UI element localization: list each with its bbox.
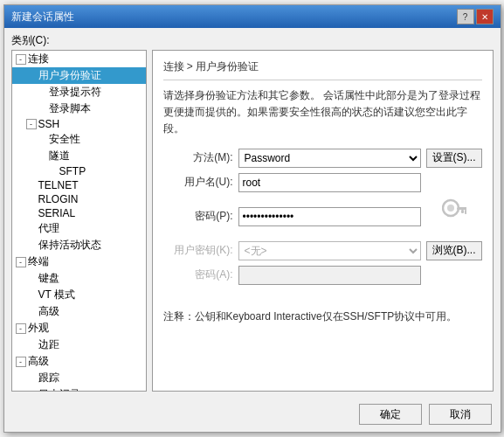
settings-button[interactable]: 设置(S)... <box>426 149 482 168</box>
tree-label-tracking: 跟踪 <box>38 371 59 385</box>
title-bar: 新建会话属性 ? ✕ <box>4 5 501 28</box>
tree-item-border[interactable]: 边距 <box>12 336 146 353</box>
tree-item-terminal[interactable]: -终端 <box>12 253 146 270</box>
svg-point-1 <box>447 205 454 212</box>
cancel-button[interactable]: 取消 <box>429 404 492 425</box>
username-row: 用户名(U): <box>163 173 482 192</box>
tree-item-keepalive[interactable]: 保持活动状态 <box>12 237 146 253</box>
tree-label-login-tips: 登录提示符 <box>49 85 101 100</box>
expand-icon-connect[interactable]: - <box>16 54 26 65</box>
tree-item-keyboard[interactable]: 键盘 <box>12 270 146 287</box>
title-bar-buttons: ? ✕ <box>457 9 494 24</box>
tree-label-appearance: 外观 <box>28 321 49 336</box>
tree-label-proxy: 代理 <box>38 221 59 236</box>
tree-label-tunnel: 隧道 <box>49 149 70 163</box>
tree-item-proxy[interactable]: 代理 <box>12 220 146 237</box>
password-row: 密码(P): <box>163 198 482 236</box>
passphrase-select[interactable]: <无> <box>238 241 421 260</box>
passphrase-label: 用户密钥(K): <box>163 243 233 258</box>
expand-icon-ssh[interactable]: - <box>26 119 37 129</box>
tree-item-login-script[interactable]: 登录脚本 <box>12 101 146 117</box>
category-label: 类别(C): <box>4 28 501 50</box>
tree-label-terminal: 终端 <box>28 254 49 269</box>
tree-item-log[interactable]: 日志记录 <box>12 386 146 392</box>
method-label: 方法(M): <box>163 150 233 165</box>
password-label: 密码(P): <box>163 209 233 224</box>
tree-label-sftp: SFTP <box>59 165 86 177</box>
close-button[interactable]: ✕ <box>476 9 494 24</box>
tree-item-ssh[interactable]: -SSH <box>12 117 146 131</box>
tree-label-ssh: SSH <box>38 118 60 130</box>
tree-label-telnet: TELNET <box>38 179 79 191</box>
tree-item-sftp[interactable]: SFTP <box>12 164 146 178</box>
tree-label-serial: SERIAL <box>38 207 76 219</box>
tree-label-login-script: 登录脚本 <box>49 101 91 116</box>
tree-item-auth[interactable]: 用户身份验证 <box>12 67 146 84</box>
tree-item-tracking[interactable]: 跟踪 <box>12 370 146 386</box>
tree-panel[interactable]: -连接用户身份验证登录提示符登录脚本-SSH安全性隧道SFTPTELNETRLO… <box>11 50 147 392</box>
tree-label-security: 安全性 <box>49 132 80 147</box>
tree-item-telnet[interactable]: TELNET <box>12 178 146 192</box>
passphrase2-label: 密码(A): <box>163 267 233 282</box>
tree-item-tunnel[interactable]: 隧道 <box>12 148 146 164</box>
tree-item-security[interactable]: 安全性 <box>12 131 146 148</box>
expand-icon-appearance[interactable]: - <box>16 323 26 334</box>
tree-label-connect: 连接 <box>28 52 49 66</box>
tree-item-advanced[interactable]: 高级 <box>12 303 146 320</box>
passphrase2-row: 密码(A): <box>163 266 482 285</box>
password-input[interactable] <box>238 207 421 226</box>
form-area: 方法(M): PasswordPublicKeyKeyboard Interac… <box>163 149 482 382</box>
main-content: -连接用户身份验证登录提示符登录脚本-SSH安全性隧道SFTPTELNETRLO… <box>4 50 501 399</box>
expand-icon-terminal[interactable]: - <box>16 257 26 267</box>
tree-item-serial[interactable]: SERIAL <box>12 206 146 220</box>
username-label: 用户名(U): <box>163 175 233 190</box>
username-input[interactable] <box>238 173 421 192</box>
tree-item-login-tips[interactable]: 登录提示符 <box>12 84 146 101</box>
dialog-title: 新建会话属性 <box>11 10 74 24</box>
tree-item-vt-mode[interactable]: VT 模式 <box>12 287 146 303</box>
dialog-body: 类别(C): -连接用户身份验证登录提示符登录脚本-SSH安全性隧道SFTPTE… <box>4 28 501 399</box>
tree-label-auth: 用户身份验证 <box>38 68 101 83</box>
ok-button[interactable]: 确定 <box>359 404 422 425</box>
tree-label-advanced: 高级 <box>38 304 59 319</box>
right-panel: 连接 > 用户身份验证 请选择身份验证方法和其它参数。 会话属性中此部分是为了登… <box>152 50 494 392</box>
section-description: 请选择身份验证方法和其它参数。 会话属性中此部分是为了登录过程更便捷而提供的。如… <box>163 87 482 138</box>
svg-rect-4 <box>461 210 464 213</box>
method-select[interactable]: PasswordPublicKeyKeyboard InteractiveGSS… <box>238 149 421 168</box>
dialog-window: 新建会话属性 ? ✕ 类别(C): -连接用户身份验证登录提示符登录脚本-SSH… <box>3 4 501 433</box>
dialog-footer: 确定 取消 <box>4 399 501 432</box>
tree-item-connect[interactable]: -连接 <box>12 51 146 67</box>
tree-label-keyboard: 键盘 <box>38 271 59 286</box>
key-icon <box>442 198 466 236</box>
note-text: 注释：公钥和Keyboard Interactive仅在SSH/SFTP协议中可… <box>163 309 482 324</box>
svg-rect-3 <box>465 210 466 214</box>
tree-label-log: 日志记录 <box>38 387 80 392</box>
expand-icon-advanced2[interactable]: - <box>16 357 26 367</box>
svg-rect-2 <box>457 207 466 210</box>
browse-button[interactable]: 浏览(B)... <box>426 241 482 260</box>
tree-item-advanced2[interactable]: -高级 <box>12 353 146 370</box>
tree-label-advanced2: 高级 <box>28 354 49 369</box>
tree-label-vt-mode: VT 模式 <box>38 288 75 302</box>
help-button[interactable]: ? <box>457 9 474 24</box>
method-row: 方法(M): PasswordPublicKeyKeyboard Interac… <box>163 149 482 168</box>
tree-label-border: 边距 <box>38 337 59 352</box>
tree-item-appearance[interactable]: -外观 <box>12 320 146 336</box>
tree-item-rlogin[interactable]: RLOGIN <box>12 192 146 206</box>
breadcrumb: 连接 > 用户身份验证 <box>163 59 482 80</box>
tree-label-rlogin: RLOGIN <box>38 193 79 205</box>
passphrase2-input[interactable] <box>238 266 421 285</box>
passphrase-row: 用户密钥(K): <无> 浏览(B)... <box>163 241 482 260</box>
tree-label-keepalive: 保持活动状态 <box>38 238 101 253</box>
